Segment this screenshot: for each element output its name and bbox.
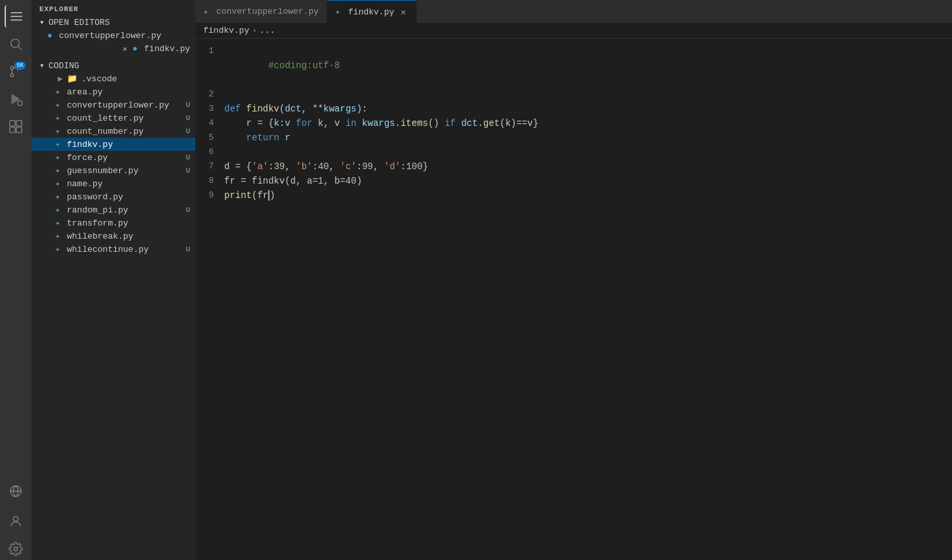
tab-close-findkv[interactable]: ✕ <box>398 7 408 17</box>
file-findkv[interactable]: ✦ findkv.py <box>31 138 195 151</box>
source-control-badge: 5K <box>14 62 26 70</box>
open-editors-header[interactable]: ▾ OPEN EDITORS <box>31 16 195 29</box>
file-name-wc: whilecontinue.py <box>67 245 149 254</box>
line-content-4: r = {k:v for k, v in kwargs.items() if d… <box>224 116 949 130</box>
file-area[interactable]: ✦ area.py <box>31 85 195 98</box>
run-debug-icon[interactable] <box>5 88 27 110</box>
svg-point-6 <box>18 101 22 106</box>
file-convertupperlower[interactable]: ✦ convertupperlower.py U <box>31 98 195 111</box>
code-line-6: 6 <box>195 145 952 159</box>
file-badge-cn: U <box>186 127 190 135</box>
py-icon-force: ✦ <box>52 152 63 163</box>
line-content-9: print(fr) <box>224 188 949 203</box>
search-icon[interactable] <box>5 33 27 55</box>
breadcrumb-symbol: ... <box>260 26 275 35</box>
file-count-letter[interactable]: ✦ count_letter.py U <box>31 111 195 125</box>
tab-findkv[interactable]: ✦ findkv.py ✕ <box>327 0 417 23</box>
code-line-1: 1 #coding:utf-8 <box>195 44 952 87</box>
tab-label-1: convertupperlower.py <box>216 7 319 16</box>
coding-label: CODING <box>49 61 79 71</box>
file-random-pi[interactable]: ✦ random_pi.py U <box>31 203 195 216</box>
py-icon-cn: ✦ <box>52 126 63 136</box>
tab-py-icon-2: ✦ <box>335 7 344 16</box>
svg-point-4 <box>10 73 14 77</box>
line-content-5: return r <box>224 130 949 145</box>
file-name-wb: whilebreak.py <box>67 231 133 241</box>
breadcrumb: findkv.py › ... <box>195 23 952 39</box>
tabs-bar: ✦ convertupperlower.py ✦ findkv.py ✕ <box>195 0 952 23</box>
open-editors-label: OPEN EDITORS <box>49 18 110 28</box>
file-name-cn: count_number.py <box>67 127 144 136</box>
tab-py-icon-1: ✦ <box>203 7 212 16</box>
file-badge-wc: U <box>186 245 190 253</box>
breadcrumb-file: findkv.py <box>203 26 249 35</box>
file-whilebreak[interactable]: ✦ whilebreak.py <box>31 230 195 243</box>
open-editors-chevron: ▾ <box>37 17 47 28</box>
line-content-8: fr = findkv(d, a=1, b=40) <box>224 174 949 188</box>
file-password[interactable]: ✦ password.py <box>31 190 195 203</box>
sidebar: EXPLORER ▾ OPEN EDITORS ● convertupperlo… <box>31 0 195 560</box>
svg-point-0 <box>11 39 20 48</box>
file-guessnumber[interactable]: ✦ guessnumber.py U <box>31 164 195 177</box>
python-file-icon-2: ● <box>130 43 140 54</box>
open-editor-filename: convertupperlower.py <box>59 31 161 41</box>
folder-icon: 📁 <box>67 73 77 84</box>
line-num-4: 4 <box>198 116 224 130</box>
file-badge-convert: U <box>186 101 190 109</box>
file-badge-cl: U <box>186 114 190 122</box>
line-num-8: 8 <box>198 174 224 188</box>
py-icon-area: ✦ <box>52 87 63 97</box>
py-icon-pw: ✦ <box>52 191 63 202</box>
svg-point-13 <box>14 547 18 551</box>
coding-folder-header[interactable]: ▾ CODING <box>31 59 195 72</box>
file-name[interactable]: ✦ name.py <box>31 177 195 190</box>
line-content-7: d = {'a':39, 'b':40, 'c':99, 'd':100} <box>224 159 949 174</box>
file-name-findkv: findkv.py <box>67 140 113 150</box>
tab-label-2: findkv.py <box>348 7 394 17</box>
vscode-chevron: ▶ <box>55 73 66 84</box>
breadcrumb-sep: › <box>252 26 257 35</box>
file-badge-guess: U <box>186 167 190 174</box>
file-badge-rpi: U <box>186 206 190 214</box>
extensions-icon[interactable] <box>5 115 27 138</box>
file-force[interactable]: ✦ force.py U <box>31 151 195 164</box>
explorer-icon[interactable] <box>5 5 27 28</box>
file-name-guess: guessnumber.py <box>67 166 138 176</box>
open-editors-section: ▾ OPEN EDITORS ● convertupperlower.py ✕ … <box>31 16 195 58</box>
open-editor-findkv[interactable]: ✕ ● findkv.py <box>31 42 195 55</box>
file-name-tf: transform.py <box>67 218 129 228</box>
file-name-area: area.py <box>67 87 103 97</box>
code-line-2: 2 <box>195 87 952 102</box>
code-editor[interactable]: 1 #coding:utf-8 2 3 def findkv(dct, **kw… <box>195 39 952 560</box>
coding-section: ▾ CODING ▶ 📁 .vscode ✦ area.py ✦ convert… <box>31 58 195 257</box>
line-content-3: def findkv(dct, **kwargs): <box>224 102 949 116</box>
open-editor-convertupperlower[interactable]: ● convertupperlower.py <box>31 29 195 42</box>
line-content-1: #coding:utf-8 <box>224 44 949 87</box>
tab-convertupperlower[interactable]: ✦ convertupperlower.py <box>195 0 327 23</box>
remote-icon[interactable] <box>5 480 27 502</box>
source-control-icon[interactable]: 5K <box>5 60 27 83</box>
code-line-4: 4 r = {k:v for k, v in kwargs.items() if… <box>195 116 952 130</box>
close-editor-icon[interactable]: ✕ <box>123 45 127 53</box>
file-vscode[interactable]: ▶ 📁 .vscode <box>31 72 195 85</box>
svg-point-12 <box>13 517 18 521</box>
activity-bar: 5K <box>0 0 31 560</box>
token: #coding:utf-8 <box>268 60 340 71</box>
file-name-name: name.py <box>67 179 103 189</box>
python-file-icon: ● <box>45 30 55 41</box>
py-icon-tf: ✦ <box>52 218 63 228</box>
file-whilecontinue[interactable]: ✦ whilecontinue.py U <box>31 243 195 256</box>
py-icon-rpi: ✦ <box>52 205 63 215</box>
file-name-rpi: random_pi.py <box>67 205 129 215</box>
file-transform[interactable]: ✦ transform.py <box>31 216 195 230</box>
code-line-7: 7 d = {'a':39, 'b':40, 'c':99, 'd':100} <box>195 159 952 174</box>
coding-chevron: ▾ <box>37 60 47 71</box>
svg-marker-5 <box>12 94 20 105</box>
file-count-number[interactable]: ✦ count_number.py U <box>31 125 195 138</box>
line-num-7: 7 <box>198 159 224 174</box>
py-icon-guess: ✦ <box>52 165 63 176</box>
accounts-icon[interactable] <box>5 510 27 532</box>
py-icon-name: ✦ <box>52 178 63 189</box>
file-badge-force: U <box>186 153 190 161</box>
settings-icon[interactable] <box>5 538 27 560</box>
